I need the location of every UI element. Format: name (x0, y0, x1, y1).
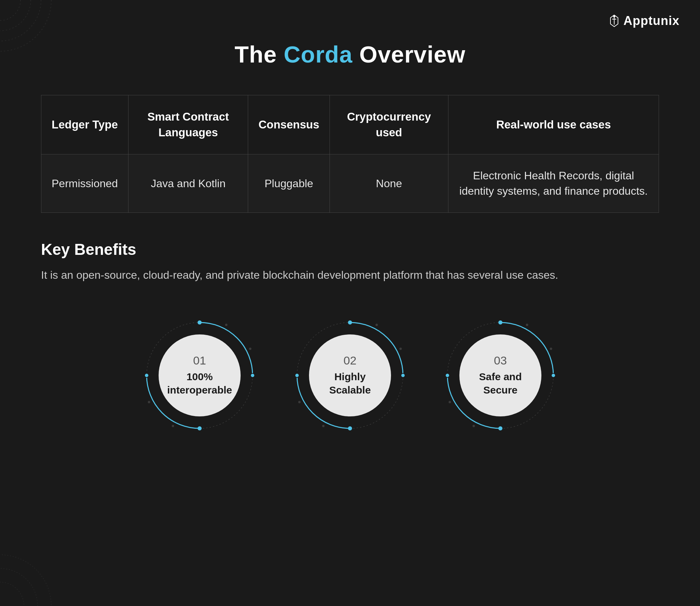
svg-point-31 (526, 323, 528, 326)
svg-point-19 (401, 373, 405, 377)
svg-point-5 (0, 568, 38, 606)
svg-point-20 (348, 426, 352, 430)
svg-point-32 (550, 347, 552, 350)
svg-point-28 (551, 373, 555, 377)
table-row: Permissioned Java and Kotlin Pluggable N… (41, 154, 659, 213)
benefit-item-3: 03 Safe andSecure (442, 317, 558, 433)
svg-point-30 (445, 373, 449, 377)
svg-point-12 (145, 373, 149, 377)
key-benefits-description: It is an open-source, cloud-ready, and p… (41, 267, 659, 283)
cell-ledger-type: Permissioned (41, 154, 129, 213)
benefit-number-1: 01 (193, 354, 206, 367)
svg-point-18 (348, 320, 352, 325)
svg-point-16 (148, 401, 150, 403)
svg-point-4 (0, 582, 24, 606)
table-header-row: Ledger Type Smart Contract Languages Con… (41, 95, 659, 154)
svg-point-24 (322, 425, 325, 427)
benefit-label-2: HighlyScalable (324, 370, 376, 397)
svg-point-3 (0, 0, 51, 51)
svg-point-27 (498, 320, 502, 325)
svg-point-1 (0, 0, 31, 31)
svg-point-23 (400, 347, 402, 350)
key-benefits-title: Key Benefits (41, 240, 659, 259)
svg-point-21 (295, 373, 299, 377)
logo-text: Apptunix (623, 14, 679, 28)
deco-top-left (0, 0, 62, 61)
svg-point-11 (198, 426, 202, 430)
benefit-inner-3: 03 Safe andSecure (459, 334, 541, 416)
svg-point-7 (613, 15, 615, 17)
svg-point-9 (198, 320, 202, 325)
svg-point-10 (251, 373, 255, 377)
benefit-inner-1: 01 100%interoperable (159, 334, 241, 416)
page-title: The Corda Overview (41, 41, 659, 68)
svg-point-22 (376, 323, 378, 326)
col-ledger-type: Ledger Type (41, 95, 129, 154)
title-highlight: Corda (284, 41, 352, 67)
svg-point-34 (449, 401, 451, 403)
col-consensus: Consensus (248, 95, 330, 154)
benefit-item-2: 02 HighlyScalable (292, 317, 408, 433)
logo: Apptunix (608, 14, 679, 28)
benefit-item-1: 01 100%interoperable (142, 317, 258, 433)
benefit-number-2: 02 (344, 354, 356, 367)
logo-icon (608, 14, 621, 27)
col-use-cases: Real-world use cases (448, 95, 659, 154)
cell-use-cases: Electronic Health Records, digital ident… (448, 154, 659, 213)
svg-point-25 (298, 401, 301, 403)
cell-smart-contract: Java and Kotlin (128, 154, 248, 213)
benefits-row: 01 100%interoperable (41, 311, 659, 440)
svg-point-6 (0, 555, 51, 606)
col-cryptocurrency: Cryptocurrency used (330, 95, 448, 154)
svg-point-15 (172, 425, 174, 427)
benefit-number-3: 03 (494, 354, 507, 367)
cell-consensus: Pluggable (248, 154, 330, 213)
cell-cryptocurrency: None (330, 154, 448, 213)
benefit-label-1: 100%interoperable (162, 370, 238, 397)
svg-point-33 (473, 425, 475, 427)
svg-point-13 (225, 323, 228, 326)
svg-point-0 (0, 0, 21, 20)
svg-point-29 (498, 426, 502, 430)
overview-table: Ledger Type Smart Contract Languages Con… (41, 95, 659, 213)
title-prefix: The (234, 41, 284, 67)
svg-point-14 (249, 347, 252, 350)
col-smart-contract: Smart Contract Languages (128, 95, 248, 154)
deco-bottom-left (0, 531, 62, 606)
title-suffix: Overview (352, 41, 465, 67)
svg-point-2 (0, 0, 41, 41)
benefit-label-3: Safe andSecure (473, 370, 527, 397)
benefit-inner-2: 02 HighlyScalable (309, 334, 391, 416)
key-benefits-section: Key Benefits It is an open-source, cloud… (41, 240, 659, 440)
main-content: The Corda Overview Ledger Type Smart Con… (0, 0, 700, 468)
